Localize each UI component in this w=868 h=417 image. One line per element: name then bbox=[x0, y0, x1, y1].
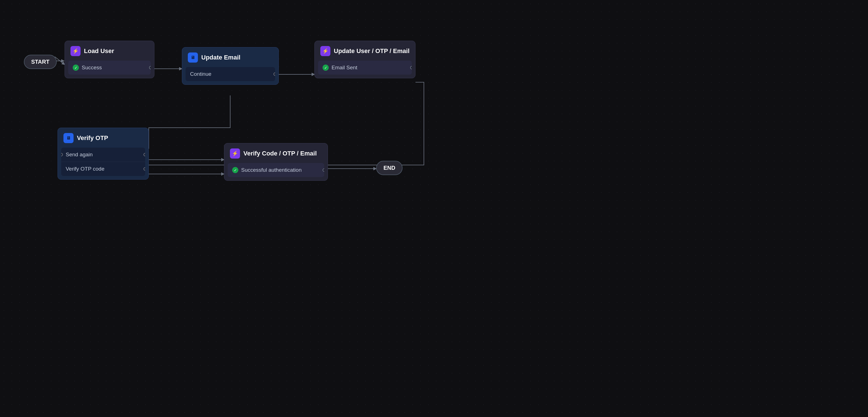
verify-otp-icon: 🖥 bbox=[63, 133, 73, 143]
update-otp-title: Update User / OTP / Email bbox=[334, 47, 410, 55]
verify-code-icon: ⚡ bbox=[230, 149, 240, 159]
verify-otp-send-again-output-port[interactable] bbox=[144, 153, 145, 156]
verify-otp-send-again-row: Send again bbox=[61, 148, 145, 162]
successful-auth-label: Successful authentication bbox=[241, 167, 302, 173]
email-sent-check-icon: ✓ bbox=[322, 65, 329, 71]
verify-code-title: Verify Code / OTP / Email bbox=[243, 150, 317, 157]
update-email-title: Update Email bbox=[201, 54, 240, 61]
verify-otp-code-row: Verify OTP code bbox=[61, 162, 145, 176]
verify-otp-title: Verify OTP bbox=[77, 134, 108, 142]
auth-check-icon: ✓ bbox=[232, 167, 238, 173]
email-sent-label: Email Sent bbox=[332, 65, 358, 71]
start-label: START bbox=[31, 59, 50, 65]
load-user-node[interactable]: ⚡ Load User ✓ Success bbox=[65, 41, 154, 78]
update-otp-node[interactable]: ⚡ Update User / OTP / Email ✓ Email Sent bbox=[314, 41, 415, 78]
start-node: START bbox=[24, 55, 57, 69]
update-email-continue-label: Continue bbox=[190, 71, 211, 77]
verify-otp-header: 🖥 Verify OTP bbox=[58, 128, 149, 148]
verify-otp-code-label: Verify OTP code bbox=[66, 166, 104, 172]
verify-code-body: ✓ Successful authentication bbox=[228, 163, 324, 177]
update-otp-header: ⚡ Update User / OTP / Email bbox=[315, 41, 415, 61]
load-user-icon: ⚡ bbox=[70, 46, 81, 56]
update-email-node[interactable]: 🖥 Update Email Continue bbox=[182, 47, 279, 85]
update-otp-output-port[interactable] bbox=[410, 66, 412, 69]
update-otp-icon: ⚡ bbox=[320, 46, 331, 56]
end-node: END bbox=[376, 161, 403, 175]
verify-otp-body: Send again Verify OTP code bbox=[61, 148, 145, 176]
load-user-title: Load User bbox=[84, 47, 114, 55]
load-user-success-row: ✓ Success bbox=[68, 61, 151, 75]
update-otp-body: ✓ Email Sent bbox=[318, 61, 412, 75]
update-email-body: Continue bbox=[186, 67, 275, 81]
load-user-output-port[interactable] bbox=[149, 66, 151, 69]
load-user-header: ⚡ Load User bbox=[65, 41, 154, 61]
verify-otp-node[interactable]: 🖥 Verify OTP Send again Verify OTP code bbox=[58, 128, 149, 180]
update-email-continue-row: Continue bbox=[186, 67, 275, 81]
verify-code-output-port[interactable] bbox=[322, 168, 324, 172]
load-user-success-label: Success bbox=[82, 65, 102, 71]
verify-otp-send-again-input-port[interactable] bbox=[61, 153, 63, 156]
update-email-header: 🖥 Update Email bbox=[182, 47, 278, 67]
verify-code-header: ⚡ Verify Code / OTP / Email bbox=[224, 143, 328, 163]
success-check-icon: ✓ bbox=[73, 65, 79, 71]
update-email-output-port[interactable] bbox=[273, 72, 275, 76]
update-email-icon: 🖥 bbox=[188, 53, 198, 63]
update-otp-email-sent-row: ✓ Email Sent bbox=[318, 61, 412, 75]
verify-code-node[interactable]: ⚡ Verify Code / OTP / Email ✓ Successful… bbox=[224, 143, 328, 181]
send-again-label: Send again bbox=[66, 152, 93, 158]
verify-otp-code-output-port[interactable] bbox=[144, 167, 145, 171]
end-label: END bbox=[383, 165, 395, 171]
load-user-body: ✓ Success bbox=[68, 61, 151, 75]
verify-code-auth-row: ✓ Successful authentication bbox=[228, 163, 324, 177]
